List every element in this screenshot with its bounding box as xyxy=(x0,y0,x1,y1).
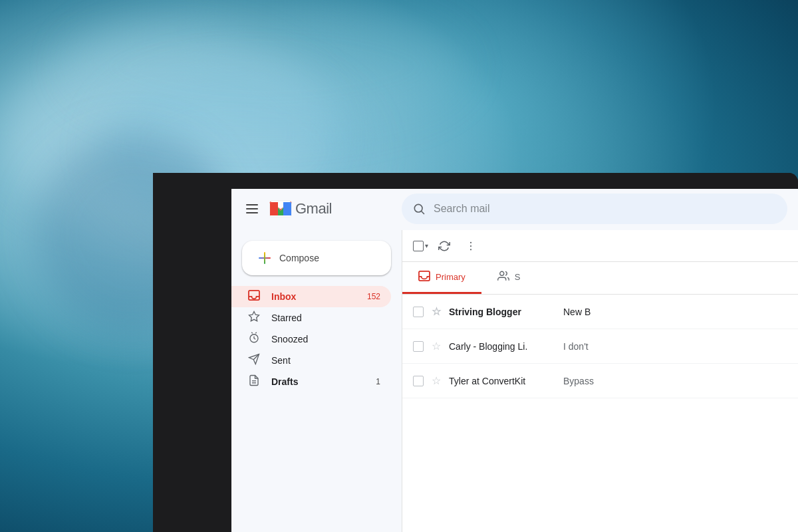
email-tabs: Primary S xyxy=(402,262,798,295)
gmail-screen: Gmail Search mail Compose xyxy=(231,188,798,532)
compose-button[interactable]: Compose xyxy=(242,241,391,275)
gmail-m-icon xyxy=(269,197,293,221)
refresh-button[interactable] xyxy=(434,235,455,257)
tab-primary[interactable]: Primary xyxy=(402,262,481,294)
gmail-header: Gmail Search mail xyxy=(231,188,798,230)
svg-line-5 xyxy=(422,211,424,214)
drafts-badge: 1 xyxy=(376,377,380,386)
sidebar-item-inbox[interactable]: Inbox 152 xyxy=(231,286,391,307)
inbox-icon xyxy=(247,290,261,303)
sidebar-item-snoozed[interactable]: Snoozed xyxy=(231,329,391,350)
search-input[interactable]: Search mail xyxy=(434,203,777,215)
star-icon xyxy=(247,311,261,325)
star-icon[interactable]: ☆ xyxy=(432,340,441,352)
inbox-badge: 152 xyxy=(367,292,380,301)
email-row[interactable]: ☆ Striving Blogger New B xyxy=(402,295,798,329)
sent-icon xyxy=(247,353,261,368)
select-chevron-icon[interactable]: ▾ xyxy=(425,242,428,249)
drafts-label: Drafts xyxy=(271,376,365,387)
tab-social[interactable]: S xyxy=(481,262,537,294)
sidebar-item-drafts[interactable]: Drafts 1 xyxy=(231,371,391,392)
email-snippet: I don't xyxy=(563,341,787,352)
sidebar: Compose Inbox 152 xyxy=(231,230,402,532)
tab-social-label: S xyxy=(515,272,521,282)
starred-label: Starred xyxy=(271,313,380,323)
sidebar-item-sent[interactable]: Sent xyxy=(231,350,391,371)
star-icon[interactable]: ☆ xyxy=(432,374,441,387)
email-toolbar: ▾ xyxy=(402,230,798,262)
laptop-top-bar xyxy=(153,173,798,189)
search-icon xyxy=(412,202,426,215)
inbox-label: Inbox xyxy=(271,291,356,302)
svg-point-14 xyxy=(470,245,471,246)
sent-label: Sent xyxy=(271,355,380,366)
email-snippet: Bypass xyxy=(563,376,787,386)
sidebar-item-starred[interactable]: Starred xyxy=(231,307,391,329)
laptop-left-bezel xyxy=(153,173,231,532)
snoozed-label: Snoozed xyxy=(271,334,380,344)
more-options-button[interactable] xyxy=(460,235,481,257)
email-panel: ▾ xyxy=(402,230,798,532)
drafts-icon xyxy=(247,374,261,389)
header-left: Gmail xyxy=(242,197,402,221)
email-sender: Striving Blogger xyxy=(449,307,555,317)
gmail-wordmark: Gmail xyxy=(295,200,332,217)
compose-plus-icon xyxy=(258,251,271,265)
social-tab-icon xyxy=(497,270,509,284)
primary-tab-icon xyxy=(418,271,430,284)
email-snippet: New B xyxy=(563,307,787,317)
gmail-logo: Gmail xyxy=(269,197,332,221)
star-icon[interactable]: ☆ xyxy=(432,305,441,318)
svg-marker-7 xyxy=(249,312,259,321)
search-bar[interactable]: Search mail xyxy=(402,194,787,224)
snoozed-icon xyxy=(247,332,261,346)
email-list: ☆ Striving Blogger New B ☆ Carly - Blogg… xyxy=(402,295,798,532)
hamburger-menu-button[interactable] xyxy=(242,200,262,217)
svg-point-13 xyxy=(470,241,471,243)
select-all-checkbox[interactable]: ▾ xyxy=(413,241,428,251)
email-checkbox[interactable] xyxy=(413,376,424,386)
email-sender: Carly - Blogging Li. xyxy=(449,341,555,352)
svg-point-17 xyxy=(500,271,504,275)
email-sender: Tyler at ConvertKit xyxy=(449,376,555,386)
tab-primary-label: Primary xyxy=(436,272,466,282)
svg-point-15 xyxy=(470,249,471,250)
email-checkbox[interactable] xyxy=(413,341,424,352)
email-row[interactable]: ☆ Carly - Blogging Li. I don't xyxy=(402,329,798,364)
email-row[interactable]: ☆ Tyler at ConvertKit Bypass xyxy=(402,364,798,398)
gmail-body: Compose Inbox 152 xyxy=(231,230,798,532)
email-checkbox[interactable] xyxy=(413,307,424,317)
select-checkbox[interactable] xyxy=(413,241,424,251)
compose-label: Compose xyxy=(279,253,319,263)
